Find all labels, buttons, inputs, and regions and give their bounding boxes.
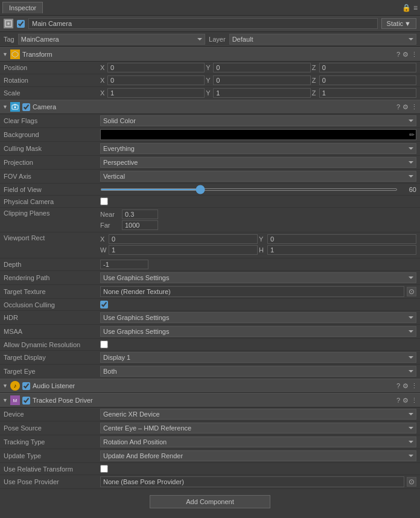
update-type-select[interactable]: Update And Before Render (100, 450, 416, 461)
scale-x-input[interactable] (107, 88, 205, 98)
viewport-y-input[interactable] (267, 234, 416, 244)
position-x-input[interactable] (107, 63, 205, 72)
lock-icon[interactable]: 🔒 (402, 4, 411, 12)
tag-select[interactable]: MainCamera (18, 34, 205, 45)
transform-section-header[interactable]: ▼ Transform ? ⚙ ⋮ (0, 47, 420, 62)
projection-select[interactable]: Perspective (100, 157, 416, 168)
scale-x-label: X (100, 89, 106, 97)
add-component-button[interactable]: Add Component (150, 495, 270, 508)
transform-help-icon[interactable]: ? (396, 51, 400, 58)
transform-more-icon[interactable]: ⋮ (411, 51, 418, 59)
depth-input[interactable] (100, 260, 148, 269)
position-z-input[interactable] (319, 63, 416, 72)
tracked-more-icon[interactable]: ⋮ (411, 397, 418, 404)
physical-camera-row: Physical Camera (0, 196, 420, 208)
tracked-settings-icon[interactable]: ⚙ (402, 397, 409, 404)
rotation-x-input[interactable] (107, 75, 205, 85)
svg-point-1 (7, 22, 10, 25)
viewport-x-input[interactable] (109, 234, 258, 244)
use-pose-provider-value: ⊙ (100, 476, 416, 487)
viewport-x-item: X (100, 234, 258, 244)
pose-source-select[interactable]: Center Eye – HMD Reference (100, 423, 416, 433)
position-label: Position (4, 64, 100, 71)
pose-source-row: Pose Source Center Eye – HMD Reference (0, 421, 420, 435)
target-texture-input[interactable] (100, 286, 404, 297)
clipping-planes-row: Clipping Planes Near Far (0, 208, 420, 232)
rotation-z-input[interactable] (319, 75, 416, 85)
transform-header-actions: ? ⚙ ⋮ (396, 51, 418, 59)
viewport-w-input[interactable] (109, 245, 258, 255)
depth-row: Depth (0, 258, 420, 271)
audio-settings-icon[interactable]: ⚙ (402, 382, 409, 390)
fov-axis-value: Vertical (100, 171, 416, 182)
menu-icon[interactable]: ≡ (413, 4, 418, 12)
target-display-select[interactable]: Display 1 (100, 352, 416, 363)
object-active-checkbox[interactable] (17, 20, 25, 28)
position-y-input[interactable] (213, 63, 310, 72)
rendering-path-select[interactable]: Use Graphics Settings (100, 272, 416, 283)
audio-more-icon[interactable]: ⋮ (411, 382, 418, 390)
layer-label: Layer (209, 36, 226, 43)
use-relative-transform-checkbox[interactable] (100, 465, 108, 473)
position-y-label: Y (206, 64, 212, 71)
audio-help-icon[interactable]: ? (396, 382, 400, 389)
audio-listener-section-header[interactable]: ▼ ♪ Audio Listener ? ⚙ ⋮ (0, 379, 420, 393)
viewport-h-input[interactable] (267, 245, 416, 255)
object-name-input[interactable] (28, 18, 378, 29)
tracking-type-row: Tracking Type Rotation And Position (0, 435, 420, 449)
physical-camera-checkbox[interactable] (100, 197, 108, 205)
viewport-grid: X Y W H (100, 234, 416, 256)
camera-active-checkbox[interactable] (22, 103, 30, 111)
rotation-y-input[interactable] (213, 75, 310, 85)
msaa-select[interactable]: Use Graphics Settings (100, 326, 416, 337)
culling-mask-select[interactable]: Everything (100, 143, 416, 154)
viewport-y-label: Y (259, 235, 266, 243)
tracking-type-select[interactable]: Rotation And Position (100, 436, 416, 447)
allow-dynamic-res-checkbox[interactable] (100, 341, 108, 348)
use-pose-provider-input[interactable] (100, 476, 404, 487)
audio-listener-checkbox[interactable] (22, 382, 30, 390)
depth-label: Depth (4, 261, 100, 268)
audio-listener-header-actions: ? ⚙ ⋮ (396, 382, 418, 390)
tracked-pose-checkbox[interactable] (22, 397, 30, 404)
update-type-row: Update Type Update And Before Render (0, 449, 420, 463)
fov-slider[interactable] (100, 188, 398, 191)
far-input[interactable] (122, 220, 158, 230)
fov-axis-select[interactable]: Vertical (100, 171, 416, 182)
position-z-label: Z (312, 64, 318, 71)
near-input[interactable] (122, 209, 158, 219)
scale-z-input[interactable] (319, 88, 416, 98)
scale-label: Scale (4, 89, 100, 97)
rotation-z-item: Z (312, 75, 416, 85)
target-eye-label: Target Eye (4, 368, 100, 375)
camera-settings-icon[interactable]: ⚙ (402, 103, 409, 111)
scale-y-input[interactable] (213, 88, 310, 98)
color-edit-icon[interactable]: ✏ (409, 131, 415, 139)
tag-layer-row: Tag MainCamera Layer Default (0, 32, 420, 47)
camera-more-icon[interactable]: ⋮ (411, 103, 418, 111)
msaa-label: MSAA (4, 328, 100, 335)
rotation-z-label: Z (312, 77, 318, 84)
camera-section-header[interactable]: ▼ Camera ? ⚙ ⋮ (0, 100, 420, 114)
pose-source-label: Pose Source (4, 424, 100, 432)
background-color-field[interactable]: ✏ (100, 129, 416, 140)
device-value: Generic XR Device (100, 409, 416, 420)
static-button[interactable]: Static ▼ (381, 18, 416, 29)
scale-row: Scale X Y Z (0, 87, 420, 100)
clear-flags-select[interactable]: Solid Color (100, 115, 416, 126)
pose-provider-picker-icon[interactable]: ⊙ (407, 477, 416, 487)
viewport-rect-row: Viewport Rect X Y W (0, 232, 420, 258)
inspector-tab[interactable]: Inspector (2, 2, 43, 13)
target-eye-select[interactable]: Both (100, 366, 416, 377)
device-select[interactable]: Generic XR Device (100, 409, 416, 420)
tracked-help-icon[interactable]: ? (396, 397, 400, 404)
layer-select[interactable]: Default (229, 34, 416, 45)
occlusion-culling-checkbox[interactable] (100, 301, 108, 309)
camera-help-icon[interactable]: ? (396, 103, 400, 110)
tracked-pose-section-header[interactable]: ▼ M Tracked Pose Driver ? ⚙ ⋮ (0, 393, 420, 408)
position-x-item: X (100, 63, 205, 72)
hdr-value: Use Graphics Settings (100, 312, 416, 323)
hdr-select[interactable]: Use Graphics Settings (100, 312, 416, 323)
transform-settings-icon[interactable]: ⚙ (402, 51, 409, 59)
target-texture-picker-icon[interactable]: ⊙ (407, 287, 416, 296)
